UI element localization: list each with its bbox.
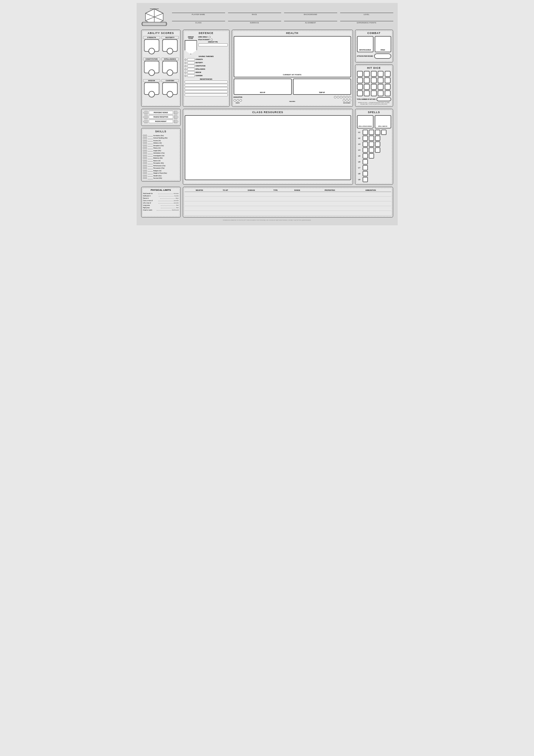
skill-prof-5a[interactable] — [143, 145, 145, 147]
weapon-name-4[interactable] — [185, 206, 214, 211]
current-hp-box[interactable]: CURRENT HIT POINTS — [234, 36, 351, 77]
skill-prof-17a[interactable] — [143, 175, 145, 176]
skill-prof-2b[interactable] — [145, 137, 147, 139]
save-con-prof[interactable] — [185, 65, 187, 67]
skill-prof-8b[interactable] — [145, 152, 147, 154]
weapon-type-3[interactable] — [266, 202, 285, 206]
wisdom-box[interactable] — [144, 82, 159, 95]
weapon-ammo-5[interactable] — [350, 211, 391, 216]
weapon-ammo-2[interactable] — [350, 197, 391, 202]
save-dex-prof[interactable] — [185, 62, 187, 64]
weapon-name-3[interactable] — [185, 202, 214, 206]
save-wis-prof[interactable] — [185, 72, 187, 73]
skill-prof-9a[interactable] — [143, 155, 145, 156]
hit-die-15[interactable] — [385, 84, 391, 90]
hit-die-5[interactable] — [385, 71, 391, 77]
weapon-props-3[interactable] — [310, 202, 350, 206]
skill-prof-6b[interactable] — [145, 147, 147, 149]
weapon-range-3[interactable] — [285, 202, 310, 206]
weapon-damage-2[interactable] — [237, 197, 266, 202]
hit-die-3[interactable] — [371, 71, 377, 77]
armour-class-shield[interactable] — [185, 40, 197, 54]
skill-prof-10a[interactable] — [143, 157, 145, 159]
exhaustion-2[interactable] — [337, 96, 339, 98]
weapon-hit-2[interactable] — [214, 197, 237, 202]
weapon-props-4[interactable] — [310, 206, 350, 211]
resistance-4[interactable] — [185, 90, 228, 93]
hit-die-16[interactable] — [357, 90, 363, 96]
dexterity-mod[interactable] — [167, 48, 173, 54]
skill-prof-11b[interactable] — [145, 160, 147, 162]
skill-prof-18b[interactable] — [145, 177, 147, 179]
proficiency-box[interactable]: PROFICIENCY BONUS — [149, 111, 173, 114]
death-2[interactable] — [237, 99, 239, 102]
hit-die-18[interactable] — [371, 90, 377, 96]
exhaustion-6[interactable] — [349, 96, 351, 98]
save-con-box[interactable] — [187, 65, 195, 67]
hit-die-13[interactable] — [371, 84, 377, 90]
weapon-range-5[interactable] — [285, 211, 310, 216]
hit-die-11[interactable] — [357, 84, 363, 90]
speed-box[interactable]: SPEED — [375, 36, 391, 52]
weapon-damage-1[interactable] — [237, 192, 266, 197]
hit-die-4[interactable] — [378, 71, 384, 77]
save-int-box[interactable] — [187, 68, 195, 70]
skill-prof-3b[interactable] — [145, 140, 147, 142]
hit-die-2[interactable] — [364, 71, 370, 77]
skill-prof-6a[interactable] — [143, 147, 145, 149]
spell-l6-1[interactable] — [363, 159, 368, 165]
weapon-ammo-4[interactable] — [350, 206, 391, 211]
spell-l8-1[interactable] — [363, 171, 368, 176]
weapon-damage-3[interactable] — [237, 202, 266, 206]
exhaustion-5[interactable] — [346, 96, 348, 98]
weapon-hit-1[interactable] — [214, 192, 237, 197]
save-dex-box[interactable] — [187, 62, 195, 64]
spell-l4-1[interactable] — [363, 148, 368, 153]
skill-prof-8a[interactable] — [143, 152, 145, 154]
hit-die-12[interactable] — [364, 84, 370, 90]
skill-prof-2a[interactable] — [143, 137, 145, 139]
max-hp-box[interactable]: MAX HP — [234, 79, 292, 95]
skill-prof-16a[interactable] — [143, 172, 145, 174]
skill-prof-12b[interactable] — [145, 162, 147, 164]
weapon-type-2[interactable] — [266, 197, 285, 202]
hit-die-10[interactable] — [385, 77, 391, 83]
skill-prof-16b[interactable] — [145, 172, 147, 174]
resistance-1[interactable] — [185, 81, 228, 83]
hit-die-20[interactable] — [385, 90, 391, 96]
skill-prof-7b[interactable] — [145, 150, 147, 151]
strength-box[interactable] — [144, 39, 159, 52]
perception-box[interactable]: PASSIVE PERCEPTION — [149, 115, 173, 119]
success-1[interactable] — [343, 99, 345, 102]
constitution-box[interactable] — [144, 61, 159, 73]
spell-l9-1[interactable] — [363, 177, 368, 182]
attacks-box[interactable] — [374, 53, 391, 59]
skill-prof-1b[interactable] — [145, 135, 147, 136]
hit-die-17[interactable] — [364, 90, 370, 96]
save-int-prof[interactable] — [185, 68, 187, 70]
weapon-props-5[interactable] — [310, 211, 350, 216]
skill-prof-15a[interactable] — [143, 170, 145, 172]
spell-l4-3[interactable] — [375, 148, 380, 153]
spell-l5-1[interactable] — [363, 153, 368, 159]
success-2[interactable] — [346, 99, 348, 102]
weapon-hit-5[interactable] — [214, 211, 237, 216]
save-str-prof[interactable] — [185, 59, 187, 61]
charisma-mod[interactable] — [167, 91, 173, 97]
hit-die-19[interactable] — [378, 90, 384, 96]
hit-die-9[interactable] — [378, 77, 384, 83]
class-resources-box[interactable] — [185, 115, 351, 180]
armour-type-input[interactable] — [198, 43, 228, 46]
weapon-hit-3[interactable] — [214, 202, 237, 206]
weapon-props-2[interactable] — [310, 197, 350, 202]
spell-l2-2[interactable] — [369, 136, 374, 141]
hit-die-8[interactable] — [371, 77, 377, 83]
weapon-ammo-1[interactable] — [350, 192, 391, 197]
save-cha-box[interactable] — [187, 74, 195, 77]
skill-prof-10b[interactable] — [145, 157, 147, 159]
skill-prof-14a[interactable] — [143, 167, 145, 169]
weapon-name-1[interactable] — [185, 192, 214, 197]
weapon-range-2[interactable] — [285, 197, 310, 202]
skill-prof-1a[interactable] — [143, 135, 145, 136]
weapon-damage-5[interactable] — [237, 211, 266, 216]
